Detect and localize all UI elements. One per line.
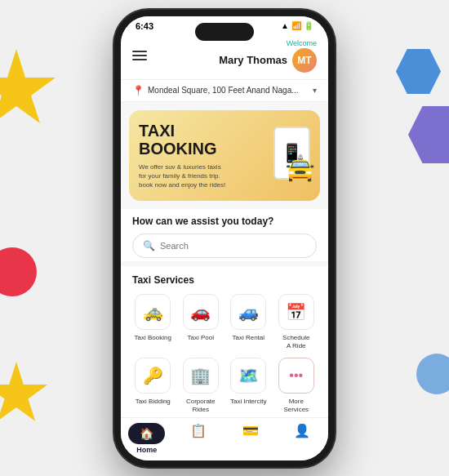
banner-image: 📱 🚖 [245, 127, 310, 184]
location-chevron-icon: ▾ [313, 86, 317, 95]
service-more-services[interactable]: ••• More Services [276, 358, 318, 415]
more-services-icon-wrap: ••• [278, 358, 314, 394]
search-icon: 🔍 [143, 240, 155, 251]
battery-icon: 🔋 [304, 21, 313, 30]
schedule-ride-label: ScheduleA Ride [282, 334, 309, 351]
location-pin-icon: 📍 [132, 85, 144, 96]
taxi-bidding-icon-wrap: 🔑 [135, 358, 171, 394]
schedule-ride-icon: 📅 [286, 302, 306, 322]
nav-orders-icon-wrap: 📋 [190, 423, 207, 438]
taxi-intercity-icon-wrap: 🗺️ [230, 358, 266, 394]
service-taxi-rental[interactable]: 🚙 Taxi Rental [228, 294, 269, 351]
search-section: How can we assist you today? 🔍 [121, 209, 328, 261]
search-bar[interactable]: 🔍 [132, 234, 317, 258]
taxi-pool-icon-wrap: 🚗 [183, 294, 219, 330]
user-row: Mary Thomas MT [219, 48, 317, 73]
welcome-text: Welcome [287, 39, 317, 47]
taxi-intercity-icon: 🗺️ [238, 366, 259, 385]
signal-icon: ▲ [281, 21, 289, 30]
wifi-icon: 📶 [291, 21, 301, 30]
phone-frame: 6:43 ▲ 📶 🔋 Welcome Mary Thomas MT [114, 10, 335, 467]
search-input[interactable] [160, 241, 306, 251]
nav-home-icon-wrap: 🏠 [128, 423, 165, 444]
taxi-rental-icon: 🚙 [238, 302, 259, 322]
nav-wallet[interactable]: 💳 [224, 423, 277, 454]
taxi-booking-icon-wrap: 🚕 [135, 294, 171, 330]
bg-hex-purple [408, 106, 449, 163]
taxi-services-section: Taxi Services 🚕 Taxi Booking 🚗 Taxi Pool [121, 266, 328, 416]
nav-wallet-icon-wrap: 💳 [242, 423, 259, 438]
banner-title: TAXIBOOKING [139, 122, 245, 158]
service-taxi-intercity[interactable]: 🗺️ Taxi Intercity [228, 358, 269, 415]
taxi-booking-label: Taxi Booking [135, 334, 171, 342]
taxi-rental-label: Taxi Rental [232, 334, 265, 342]
location-bar[interactable]: 📍 Mondeal Square, 100 Feet Anand Naga...… [121, 80, 328, 102]
service-schedule-ride[interactable]: 📅 ScheduleA Ride [276, 294, 318, 351]
taxi-rental-icon-wrap: 🚙 [230, 294, 266, 330]
bottom-nav: 🏠 Home 📋 💳 👤 [121, 417, 328, 460]
service-taxi-booking[interactable]: 🚕 Taxi Booking [132, 294, 174, 351]
status-time: 6:43 [136, 21, 153, 31]
services-grid: 🚕 Taxi Booking 🚗 Taxi Pool 🚙 Taxi Rental [132, 294, 317, 415]
taxi-pool-label: Taxi Pool [188, 334, 214, 342]
corporate-rides-icon-wrap: 🏢 [183, 358, 219, 394]
taxi-bidding-label: Taxi Bidding [136, 398, 171, 406]
more-services-icon: ••• [289, 368, 303, 383]
nav-home[interactable]: 🏠 Home [121, 423, 173, 454]
header-user-section: Welcome Mary Thomas MT [219, 39, 317, 73]
profile-icon: 👤 [294, 423, 310, 438]
nav-profile[interactable]: 👤 [277, 423, 329, 454]
hamburger-line2 [132, 55, 147, 56]
bg-star-yellow2 [0, 362, 49, 427]
corporate-rides-icon: 🏢 [190, 366, 211, 385]
taxi-pool-icon: 🚗 [190, 302, 211, 322]
bg-circle-red [0, 247, 37, 296]
nav-home-label: Home [136, 446, 157, 454]
hamburger-line3 [132, 59, 147, 60]
user-name: Mary Thomas [219, 54, 287, 66]
taxi-bidding-icon: 🔑 [143, 366, 163, 385]
orders-icon: 📋 [190, 423, 207, 438]
corporate-rides-label: CorporateRides [186, 398, 216, 415]
taxi-booking-icon: 🚕 [143, 302, 163, 322]
home-icon: 🏠 [140, 427, 153, 440]
service-taxi-bidding[interactable]: 🔑 Taxi Bidding [132, 358, 174, 415]
schedule-ride-icon-wrap: 📅 [278, 294, 314, 330]
bg-hex-blue [396, 49, 441, 94]
status-icons: ▲ 📶 🔋 [281, 21, 313, 30]
hamburger-menu[interactable] [132, 51, 147, 60]
taxi-car-icon: 🚖 [285, 153, 315, 182]
location-text: Mondeal Square, 100 Feet Anand Naga... [148, 86, 309, 95]
bg-circle-blue [416, 354, 449, 394]
banner-subtitle: We offer suv & luxuries taxis for your f… [139, 162, 229, 190]
nav-profile-icon-wrap: 👤 [294, 423, 310, 438]
assist-label: How can we assist you today? [132, 216, 317, 227]
banner-text: TAXIBOOKING We offer suv & luxuries taxi… [139, 122, 245, 190]
bg-star-yellow [0, 49, 57, 131]
services-title: Taxi Services [132, 274, 317, 286]
avatar[interactable]: MT [292, 48, 317, 73]
screen: Welcome Mary Thomas MT 📍 Mondeal Square,… [121, 33, 328, 417]
hamburger-line1 [132, 51, 147, 52]
dynamic-island [195, 23, 254, 41]
nav-orders[interactable]: 📋 [173, 423, 225, 454]
service-taxi-pool[interactable]: 🚗 Taxi Pool [180, 294, 222, 351]
more-services-label: More Services [276, 398, 318, 415]
promo-banner: TAXIBOOKING We offer suv & luxuries taxi… [129, 110, 320, 202]
taxi-intercity-label: Taxi Intercity [230, 398, 266, 406]
wallet-icon: 💳 [242, 423, 259, 438]
service-corporate-rides[interactable]: 🏢 CorporateRides [180, 358, 222, 415]
